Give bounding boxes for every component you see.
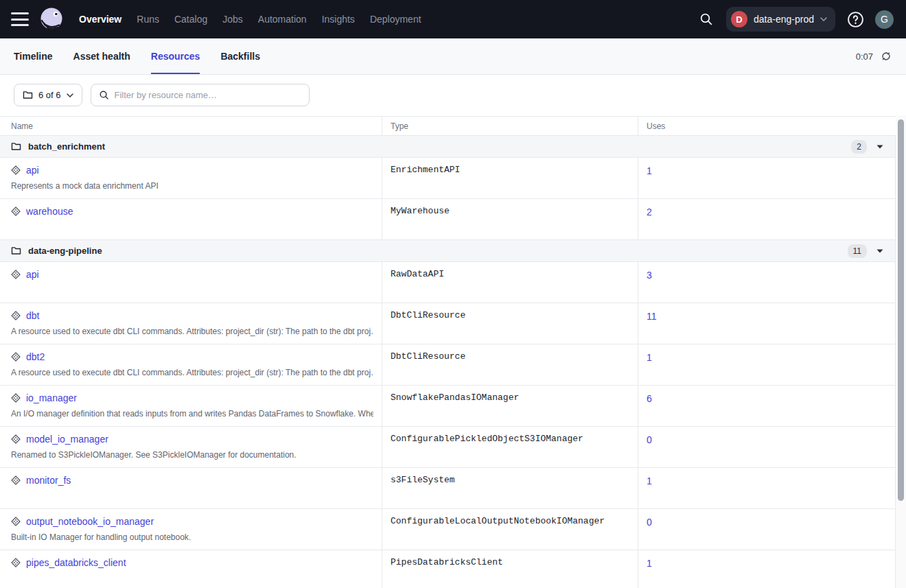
tab-resources[interactable]: Resources (151, 38, 200, 74)
resource-type: SnowflakePandasIOManager (382, 386, 638, 426)
resource-description: A resource used to execute dbt CLI comma… (11, 327, 373, 336)
resource-type: DbtCliResource (382, 344, 638, 385)
resource-uses-link[interactable]: 1 (647, 165, 652, 176)
resource-type: EnrichmentAPI (382, 158, 638, 198)
resource-uses-link[interactable]: 1 (647, 352, 652, 363)
topnav-item-runs[interactable]: Runs (129, 8, 167, 30)
resource-type: s3FileSystem (382, 468, 638, 508)
resource-icon (11, 352, 21, 362)
resource-name-link[interactable]: model_io_manager (26, 434, 108, 445)
resource-row: pipes_databricks_client PipesDatabricksC… (0, 550, 896, 588)
menu-icon[interactable] (11, 12, 29, 26)
main-nav: OverviewRunsCatalogJobsAutomationInsight… (71, 8, 429, 30)
resource-name-link[interactable]: api (26, 269, 39, 280)
resource-row: warehouse MyWarehouse 2 (0, 199, 896, 240)
refresh-timer: 0:07 (856, 51, 873, 62)
resource-icon (11, 475, 21, 485)
workspace-badge: D (731, 11, 747, 27)
column-header-name: Name (0, 117, 382, 135)
tab-timeline[interactable]: Timeline (14, 38, 53, 74)
resource-name-link[interactable]: warehouse (26, 206, 73, 217)
top-navigation-bar: OverviewRunsCatalogJobsAutomationInsight… (0, 0, 906, 38)
topnav-item-overview[interactable]: Overview (71, 8, 129, 30)
resource-type: ConfigurablePickledObjectS3IOManager (382, 427, 638, 467)
search-icon[interactable] (697, 10, 715, 28)
resource-uses-link[interactable]: 0 (647, 517, 652, 528)
group-count-badge: 11 (848, 244, 867, 258)
group-count-dropdown[interactable]: 6 of 6 (14, 84, 82, 106)
resource-uses-link[interactable]: 1 (647, 558, 652, 569)
resource-description: Renamed to S3PickleIOManager. See S3Pick… (11, 450, 373, 460)
workspace-name: data-eng-prod (754, 14, 814, 25)
resource-type: MyWarehouse (382, 199, 638, 239)
resource-icon (11, 165, 21, 175)
resource-icon (11, 434, 21, 444)
resource-row: api Represents a mock data enrichment AP… (0, 158, 896, 199)
scrollbar-track (896, 115, 906, 588)
topnav-item-catalog[interactable]: Catalog (167, 8, 215, 30)
resource-type: PipesDatabricksClient (382, 550, 638, 588)
topbar-right: D data-eng-prod G (697, 7, 894, 32)
resource-icon (11, 311, 21, 320)
tab-bar: TimelineAsset healthResourcesBackfills 0… (0, 38, 906, 75)
folder-icon (11, 142, 21, 151)
resource-type: ConfigurableLocalOutputNotebookIOManager (382, 509, 638, 550)
group-count-label: 6 of 6 (38, 90, 61, 100)
search-icon (99, 90, 109, 100)
resource-uses-link[interactable]: 11 (647, 311, 657, 322)
resource-name-link[interactable]: dbt (26, 310, 39, 321)
scrollbar-thumb[interactable] (898, 119, 904, 501)
resource-type: RawDataAPI (382, 262, 638, 303)
user-avatar[interactable]: G (875, 10, 894, 29)
resource-row: monitor_fs s3FileSystem 1 (0, 468, 896, 509)
topnav-item-deployment[interactable]: Deployment (362, 8, 429, 30)
resource-name-link[interactable]: pipes_databricks_client (26, 557, 126, 568)
chevron-down-icon (820, 17, 827, 21)
resource-description: A resource used to execute dbt CLI comma… (11, 368, 373, 377)
resource-filter-input[interactable] (115, 90, 301, 100)
resource-icon (11, 207, 21, 216)
resource-name-link[interactable]: output_notebook_io_manager (26, 516, 154, 527)
filter-bar: 6 of 6 (0, 75, 906, 116)
resource-row: output_notebook_io_manager Built-in IO M… (0, 509, 896, 550)
resources-table: Name Type Uses batch_enrichment 2 api (0, 116, 896, 588)
group-count-badge: 2 (851, 140, 867, 154)
resource-name-link[interactable]: monitor_fs (26, 475, 71, 486)
resource-name-link[interactable]: io_manager (26, 392, 77, 403)
column-header-type: Type (382, 117, 638, 135)
refresh-icon[interactable] (880, 50, 892, 62)
tab-asset-health[interactable]: Asset health (73, 38, 130, 74)
resource-filter-box (91, 84, 310, 106)
resource-row: dbt A resource used to execute dbt CLI c… (0, 303, 896, 344)
resource-uses-link[interactable]: 6 (647, 393, 652, 404)
resource-uses-link[interactable]: 1 (647, 475, 652, 486)
resource-description: An I/O manager definition that reads inp… (11, 409, 373, 419)
resource-row: dbt2 A resource used to execute dbt CLI … (0, 344, 896, 386)
topnav-item-insights[interactable]: Insights (314, 8, 362, 30)
group-name: data-eng-pipeline (28, 246, 102, 256)
topnav-item-jobs[interactable]: Jobs (215, 8, 251, 30)
resource-uses-link[interactable]: 0 (647, 434, 652, 445)
resource-icon (11, 393, 21, 403)
folder-icon (23, 91, 33, 99)
table-header: Name Type Uses (0, 117, 896, 136)
dagster-logo[interactable] (38, 6, 65, 32)
resource-name-link[interactable]: dbt2 (26, 351, 45, 362)
resource-name-link[interactable]: api (26, 165, 39, 176)
workspace-selector[interactable]: D data-eng-prod (726, 7, 835, 32)
resource-uses-link[interactable]: 2 (647, 207, 652, 217)
resource-icon (11, 558, 21, 567)
resource-group-row[interactable]: data-eng-pipeline 11 (0, 240, 896, 262)
resource-group-row[interactable]: batch_enrichment 2 (0, 136, 896, 158)
collapse-caret-icon[interactable] (876, 145, 883, 149)
resource-description: Built-in IO Manager for handling output … (11, 532, 373, 542)
topnav-item-automation[interactable]: Automation (251, 8, 314, 30)
help-icon[interactable] (846, 10, 864, 28)
tab-backfills[interactable]: Backfills (220, 38, 260, 74)
folder-icon (11, 246, 21, 255)
resource-type: DbtCliResource (382, 303, 638, 344)
collapse-caret-icon[interactable] (876, 249, 883, 253)
resource-uses-link[interactable]: 3 (647, 270, 652, 281)
group-name: batch_enrichment (28, 141, 105, 152)
resource-row: io_manager An I/O manager definition tha… (0, 386, 896, 427)
